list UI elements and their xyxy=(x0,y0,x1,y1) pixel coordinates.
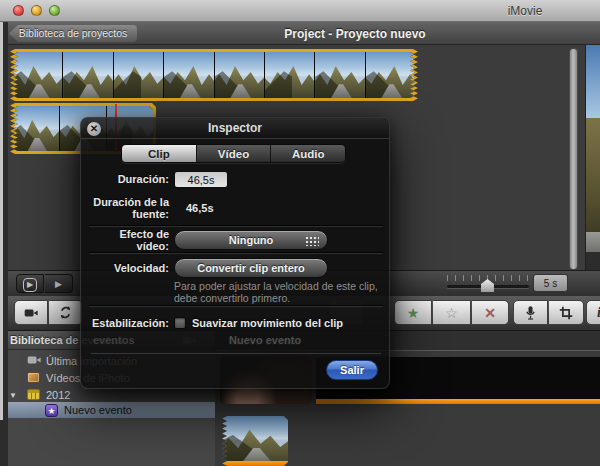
exit-button[interactable]: Salir xyxy=(326,360,378,380)
effects-grid-icon xyxy=(305,236,319,246)
window-minimize-button[interactable] xyxy=(31,5,42,16)
clip-thumbnail xyxy=(366,52,415,98)
convert-clip-button[interactable]: Convertir clip entero xyxy=(174,258,328,278)
dimmed-event-header-text: Nuevo evento xyxy=(229,334,301,346)
play-fullscreen-button[interactable]: ▶ xyxy=(16,274,44,293)
video-effect-button[interactable]: Ninguno xyxy=(174,230,328,250)
camera-icon xyxy=(27,355,42,365)
clip-thumbnail xyxy=(13,106,59,151)
project-header: Biblioteca de proyectos Project - Proyec… xyxy=(0,22,600,45)
marked-range-bar xyxy=(316,399,600,404)
calendar-icon xyxy=(27,389,40,400)
clip-thumbnail xyxy=(63,52,112,98)
duration-input[interactable]: 46,5s xyxy=(174,171,228,188)
background-window-edge-highlight xyxy=(0,22,3,420)
favorite-star-icon: ★ xyxy=(407,305,420,321)
dimmed-events-text: eventos xyxy=(93,334,135,346)
mark-favorite-button[interactable]: ★ xyxy=(394,300,432,325)
sidebar-item-new-event[interactable]: ★ Nuevo evento xyxy=(0,402,215,418)
clip-thumbnail xyxy=(114,52,163,98)
stabilization-label: Estabilización: xyxy=(89,317,169,329)
photo-icon xyxy=(27,372,40,383)
project-scrollbar[interactable] xyxy=(569,48,578,270)
window-title: iMovie xyxy=(480,4,570,18)
tab-video[interactable]: Vídeo xyxy=(197,145,272,162)
project-library-back-button[interactable]: Biblioteca de proyectos xyxy=(9,25,137,42)
viewer-preview xyxy=(585,45,600,270)
tab-clip[interactable]: Clip xyxy=(122,145,197,162)
sidebar-item-2012[interactable]: ▼ 2012 xyxy=(0,387,215,403)
window-close-button[interactable] xyxy=(13,5,24,16)
play-fullscreen-icon: ▶ xyxy=(23,278,37,292)
crop-icon xyxy=(559,306,573,320)
voiceover-button[interactable] xyxy=(513,300,548,325)
inspector-title: Inspector xyxy=(81,118,389,139)
unmark-button[interactable]: ☆ xyxy=(433,300,471,325)
stabilization-checkbox[interactable] xyxy=(174,317,186,329)
clip-thumbnail xyxy=(13,52,62,98)
project-title: Project - Proyecto nuevo xyxy=(235,27,475,41)
inspector-info-button[interactable]: i xyxy=(586,300,600,325)
source-duration-label: Duración de la fuente: xyxy=(89,196,169,220)
inspector-close-button[interactable]: ✕ xyxy=(87,122,101,136)
clip-thumbnail xyxy=(265,52,314,98)
imovie-window: iMovie Biblioteca de proyectos Project -… xyxy=(0,0,600,466)
reject-x-icon: ✕ xyxy=(484,305,496,321)
clip-thumbnail xyxy=(164,52,213,98)
inspector-bottom-separator xyxy=(91,353,381,354)
source-duration-value: 46,5s xyxy=(186,202,214,214)
marked-range-bar xyxy=(222,461,288,466)
stabilization-option-label: Suavizar movimiento del clip xyxy=(192,317,343,329)
video-effect-label: Efecto de vídeo: xyxy=(89,228,169,252)
clip-thumbnail xyxy=(315,52,364,98)
play-button[interactable]: ▶ xyxy=(45,274,73,293)
speed-help-text: Para poder ajustar la velocidad de este … xyxy=(174,280,384,304)
sync-arrows-icon xyxy=(58,305,73,320)
crop-button[interactable] xyxy=(549,300,584,325)
swap-events-projects-button[interactable] xyxy=(49,300,83,325)
speed-label: Velocidad: xyxy=(89,262,169,274)
star-icon: ★ xyxy=(45,404,58,417)
play-icon: ▶ xyxy=(55,279,62,289)
tab-audio[interactable]: Audio xyxy=(271,145,345,162)
clip-thumbnail xyxy=(215,52,264,98)
microphone-icon xyxy=(524,305,537,321)
import-camera-button[interactable] xyxy=(14,300,48,325)
zoom-value-badge: 5 s xyxy=(533,274,568,292)
camera-icon xyxy=(24,308,39,318)
unrate-star-icon: ☆ xyxy=(445,305,458,321)
window-titlebar: iMovie xyxy=(0,0,600,22)
project-clip-strip-1[interactable] xyxy=(10,49,418,101)
duration-label: Duración: xyxy=(89,173,169,185)
reject-button[interactable]: ✕ xyxy=(472,300,509,325)
inspector-dialog: Inspector ✕ Clip Vídeo Audio Duración: 4… xyxy=(80,117,390,389)
window-zoom-button[interactable] xyxy=(49,5,60,16)
inspector-tabs: Clip Vídeo Audio xyxy=(121,144,346,163)
clip-thumbnail xyxy=(222,416,288,461)
event-clip-strip-2[interactable] xyxy=(222,416,288,466)
